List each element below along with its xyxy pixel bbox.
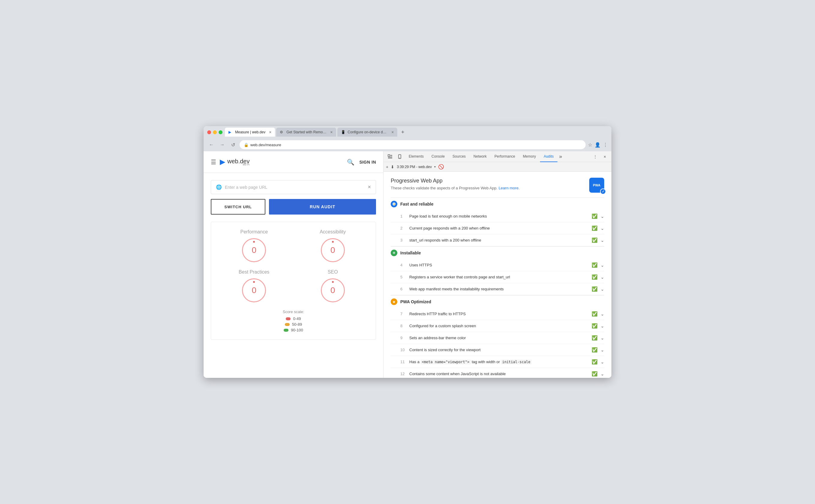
score-num-best-practices: 0 — [251, 286, 256, 295]
webdev-header-right: 🔍 SIGN IN — [347, 159, 376, 166]
scale-items: 0-49 50-89 90-100 — [218, 316, 368, 332]
bookmark-icon[interactable]: ☆ — [588, 142, 592, 148]
audit-num-4: 4 — [400, 263, 406, 267]
audit-expand-8[interactable]: ⌄ — [601, 324, 604, 328]
tab-elements[interactable]: Elements — [405, 151, 427, 162]
devtools-more-tabs[interactable]: » — [558, 152, 564, 161]
fast-reliable-icon: ⚡ — [391, 201, 397, 207]
tab-remote-debug[interactable]: ⚙ Get Started with Remote Debu... × — [276, 128, 336, 137]
section-installable-header: + Installable — [391, 246, 604, 259]
audit-num-9: 9 — [400, 336, 406, 340]
tab-close-remote[interactable]: × — [330, 130, 332, 135]
score-circle-accessibility: 0 — [321, 238, 345, 262]
url-input-section[interactable]: 🌐 Enter a web page URL × — [211, 180, 376, 194]
signin-button[interactable]: SIGN IN — [359, 160, 376, 165]
tab-close-measure[interactable]: × — [269, 130, 271, 135]
audit-expand-9[interactable]: ⌄ — [601, 336, 604, 340]
score-num-accessibility: 0 — [330, 245, 335, 255]
tab-audits[interactable]: Audits — [540, 151, 557, 162]
run-audit-button[interactable]: RUN AUDIT — [269, 199, 376, 215]
audit-text-5: Registers a service worker that controls… — [409, 275, 589, 279]
devtools-tabs: Elements Console Sources Network Perform… — [405, 151, 590, 162]
tab-label-configure: Configure on-device develope... — [347, 130, 388, 134]
url-text: web.dev/measure — [250, 143, 281, 147]
reload-button[interactable]: ↺ — [229, 141, 237, 149]
search-button[interactable]: 🔍 — [347, 159, 354, 166]
tab-close-configure[interactable]: × — [391, 130, 394, 135]
audit-row-12: 12 Contains some content when JavaScript… — [391, 368, 604, 378]
audit-expand-2[interactable]: ⌄ — [601, 226, 604, 231]
audit-check-4: ✅ — [592, 262, 598, 268]
scale-item-orange: 50-89 — [285, 322, 302, 327]
pwa-optimized-icon: ★ — [391, 298, 397, 305]
pwa-optimized-title: PWA Optimized — [400, 299, 431, 304]
installable-icon: + — [391, 250, 397, 256]
devtools-close-button[interactable]: × — [601, 153, 609, 161]
download-icon[interactable]: ⬇ — [391, 165, 394, 169]
traffic-light-green[interactable] — [219, 130, 222, 134]
audit-row-4: 4 Uses HTTPS ✅ ⌄ — [391, 259, 604, 271]
add-icon[interactable]: + — [386, 165, 388, 169]
audit-check-6: ✅ — [592, 286, 598, 292]
audit-check-7: ✅ — [592, 311, 598, 317]
audit-row-10: 10 Content is sized correctly for the vi… — [391, 344, 604, 356]
installable-title: Installable — [400, 251, 421, 255]
webdev-logo-text-block: web.dev BETA — [227, 158, 250, 166]
scale-label-red: 0-49 — [293, 316, 301, 321]
score-circle-seo: 0 — [321, 278, 345, 302]
audit-check-8: ✅ — [592, 323, 598, 329]
audit-expand-6[interactable]: ⌄ — [601, 287, 604, 292]
timestamp-dropdown[interactable]: ▾ — [434, 165, 436, 168]
audit-num-3: 3 — [400, 238, 406, 242]
webpage-body: 🌐 Enter a web page URL × SWITCH URL RUN … — [204, 173, 383, 378]
action-buttons: SWITCH URL RUN AUDIT — [211, 199, 376, 215]
back-button[interactable]: ← — [207, 141, 216, 149]
devtools-panel: Elements Console Sources Network Perform… — [383, 151, 611, 378]
tab-favicon-measure: ▶ — [228, 130, 233, 134]
audit-expand-3[interactable]: ⌄ — [601, 238, 604, 243]
devtools-device-icon[interactable] — [395, 153, 404, 161]
clear-audit-button[interactable]: 🚫 — [438, 164, 444, 170]
url-clear-button[interactable]: × — [367, 184, 371, 190]
scale-dot-red — [286, 317, 290, 320]
audit-expand-10[interactable]: ⌄ — [601, 348, 604, 352]
traffic-light-red[interactable] — [207, 130, 211, 134]
tab-network[interactable]: Network — [470, 151, 490, 162]
webdev-header: ☰ ▶ web.dev BETA 🔍 SIGN IN — [204, 151, 383, 173]
tab-configure[interactable]: 📱 Configure on-device develope... × — [337, 128, 397, 137]
tab-console[interactable]: Console — [428, 151, 448, 162]
profile-icon[interactable]: 👤 — [595, 142, 601, 148]
audit-row-11: 11 Has a <meta name="viewport"> tag with… — [391, 356, 604, 368]
audit-row-2: 2 Current page responds with a 200 when … — [391, 222, 604, 234]
devtools-inspect-icon[interactable] — [386, 153, 394, 161]
menu-icon[interactable]: ⋮ — [603, 142, 608, 148]
forward-button[interactable]: → — [218, 141, 226, 149]
pwa-learn-more-link[interactable]: Learn more — [499, 186, 519, 190]
new-tab-button[interactable]: + — [398, 128, 407, 136]
tab-sources[interactable]: Sources — [449, 151, 469, 162]
tab-favicon-configure: 📱 — [341, 130, 345, 134]
audit-text-6: Web app manifest meets the installabilit… — [409, 287, 589, 291]
score-best-practices: Best Practices 0 — [218, 269, 290, 302]
audit-expand-7[interactable]: ⌄ — [601, 312, 604, 316]
score-seo: SEO 0 — [297, 269, 369, 302]
audit-expand-12[interactable]: ⌄ — [601, 372, 604, 376]
score-label-performance: Performance — [240, 229, 268, 235]
switch-url-button[interactable]: SWITCH URL — [211, 199, 265, 215]
tab-measure[interactable]: ▶ Measure | web.dev × — [225, 128, 275, 137]
tabs-bar: ▶ Measure | web.dev × ⚙ Get Started with… — [225, 128, 608, 137]
devtools-menu-button[interactable]: ⋮ — [591, 153, 599, 161]
audit-check-1: ✅ — [592, 213, 598, 219]
address-input[interactable]: 🔒 web.dev/measure — [239, 140, 586, 149]
audit-row-9: 9 Sets an address-bar theme color ✅ ⌄ — [391, 332, 604, 344]
audit-expand-11[interactable]: ⌄ — [601, 360, 604, 364]
tab-memory[interactable]: Memory — [519, 151, 540, 162]
audit-row-1: 1 Page load is fast enough on mobile net… — [391, 210, 604, 222]
audit-check-9: ✅ — [592, 335, 598, 341]
traffic-light-yellow[interactable] — [213, 130, 217, 134]
tab-performance[interactable]: Performance — [491, 151, 519, 162]
audit-expand-5[interactable]: ⌄ — [601, 275, 604, 280]
hamburger-menu[interactable]: ☰ — [211, 159, 216, 166]
audit-expand-1[interactable]: ⌄ — [601, 214, 604, 219]
audit-expand-4[interactable]: ⌄ — [601, 263, 604, 268]
